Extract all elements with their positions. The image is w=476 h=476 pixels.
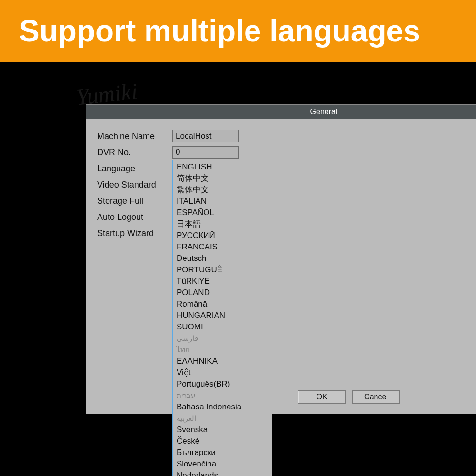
row-startup-wizard: Startup Wizard — [97, 226, 476, 241]
language-option[interactable]: Български — [173, 447, 272, 458]
language-option[interactable]: Română — [173, 298, 272, 310]
language-option[interactable]: Português(BR) — [173, 378, 272, 390]
language-option[interactable]: HUNGARIAN — [173, 310, 272, 321]
language-option[interactable]: 繁体中文 — [173, 184, 272, 196]
label-language: Language — [97, 164, 172, 174]
language-option[interactable]: ไทย — [173, 344, 272, 356]
cancel-button[interactable]: Cancel — [352, 390, 400, 404]
label-startup-wizard: Startup Wizard — [97, 228, 172, 238]
language-option[interactable]: العربية — [173, 413, 272, 424]
row-auto-logout: Auto Logout — [97, 209, 476, 225]
row-language: Language ENGLISH — [97, 161, 476, 176]
label-machine-name: Machine Name — [97, 131, 172, 141]
language-option[interactable]: POLAND — [173, 287, 272, 298]
input-machine-name[interactable]: LocalHost — [172, 130, 239, 142]
label-video-standard: Video Standard — [97, 180, 172, 190]
language-option[interactable]: Deutsch — [173, 253, 272, 264]
language-option[interactable]: 日本語 — [173, 218, 272, 230]
language-option[interactable]: Bahasa Indonesia — [173, 401, 272, 413]
ok-button[interactable]: OK — [298, 390, 346, 404]
language-option[interactable]: 简体中文 — [173, 173, 272, 184]
language-option[interactable]: ΕΛΛΗΝΙΚΑ — [173, 356, 272, 367]
promo-banner: Support multiple languages — [0, 0, 476, 62]
language-option[interactable]: TüRKiYE — [173, 276, 272, 287]
row-video-standard: Video Standard — [97, 177, 476, 192]
language-option[interactable]: SUOMI — [173, 321, 272, 333]
language-option[interactable]: ENGLISH — [173, 161, 272, 173]
language-option[interactable]: Slovenčina — [173, 458, 272, 470]
language-option[interactable]: FRANCAIS — [173, 241, 272, 253]
language-option[interactable]: Nederlands — [173, 470, 272, 476]
language-option[interactable]: Việt — [173, 367, 272, 378]
language-dropdown[interactable]: ENGLISH简体中文繁体中文ITALIANESPAÑOL日本語РУССКИЙF… — [172, 160, 272, 476]
language-option[interactable]: PORTUGUÊ — [173, 264, 272, 276]
language-option[interactable]: Svenska — [173, 424, 272, 436]
language-option[interactable]: České — [173, 436, 272, 447]
label-auto-logout: Auto Logout — [97, 212, 172, 222]
banner-title: Support multiple languages — [19, 13, 420, 49]
dialog-content: Machine Name LocalHost DVR No. 0 Languag… — [86, 119, 476, 414]
language-option[interactable]: РУССКИЙ — [173, 230, 272, 241]
dialog-title: General — [86, 105, 476, 119]
label-dvr-no: DVR No. — [97, 148, 172, 158]
general-settings-dialog: General Machine Name LocalHost DVR No. 0… — [86, 104, 476, 414]
language-option[interactable]: فارسی — [173, 333, 272, 344]
label-storage-full: Storage Full — [97, 196, 172, 206]
row-machine-name: Machine Name LocalHost — [97, 129, 476, 144]
row-storage-full: Storage Full — [97, 193, 476, 208]
language-option[interactable]: עברית — [173, 390, 272, 401]
row-dvr-no: DVR No. 0 — [97, 145, 476, 160]
dialog-buttons: OK Cancel — [298, 390, 400, 404]
input-dvr-no[interactable]: 0 — [172, 146, 239, 159]
language-option[interactable]: ESPAÑOL — [173, 207, 272, 218]
language-option[interactable]: ITALIAN — [173, 196, 272, 207]
